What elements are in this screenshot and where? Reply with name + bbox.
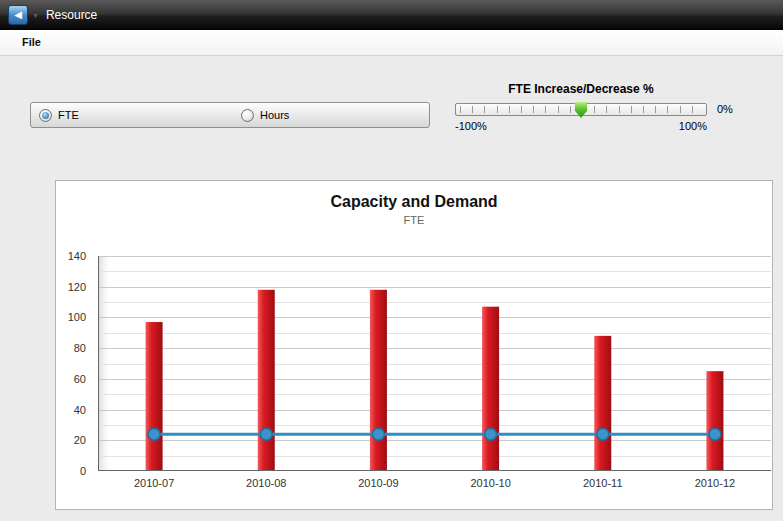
slider-max-label: 100% [679,120,707,132]
radio-label-fte: FTE [58,109,79,121]
slider-min-label: -100% [455,120,487,132]
chart-svg [98,256,771,471]
fte-slider-group: FTE Increase/Decrease % 0% -100% 100% [455,82,707,132]
demand-bar [706,371,723,471]
radio-option-fte[interactable]: FTE [39,103,79,127]
menubar: File [0,30,783,56]
back-button[interactable]: ◀ [8,5,28,25]
y-axis-labels: 020406080100120140 [56,256,92,471]
demand-bar [370,290,387,471]
x-tick-label: 2010-08 [210,477,322,489]
y-tick-label: 20 [74,434,86,446]
x-tick-label: 2010-10 [435,477,547,489]
demand-bar [258,290,275,471]
y-tick-label: 100 [68,311,86,323]
back-arrow-icon: ◀ [14,9,22,20]
x-tick-label: 2010-12 [659,477,771,489]
y-tick-label: 140 [68,250,86,262]
content-area: FTE Hours FTE Increase/Decrease % 0% -10… [0,56,783,521]
radio-option-hours[interactable]: Hours [241,103,289,127]
chart-panel: Capacity and Demand FTE 0204060801001201… [55,180,773,510]
slider-minmax-labels: -100% 100% [455,120,707,132]
x-tick-label: 2010-11 [547,477,659,489]
y-tick-label: 40 [74,404,86,416]
app-window: ◀ ▼ Resource File FTE Hours FTE Increase… [0,0,783,521]
plot-area [98,256,771,471]
titlebar-dropdown-icon[interactable]: ▼ [32,12,39,19]
slider-track[interactable] [455,103,707,116]
slider-row: 0% [455,103,707,116]
demand-bar [146,322,163,471]
titlebar: ◀ ▼ Resource [0,0,783,30]
y-tick-label: 120 [68,281,86,293]
x-tick-label: 2010-09 [322,477,434,489]
y-tick-label: 60 [74,373,86,385]
capacity-marker [148,428,160,440]
capacity-marker [597,428,609,440]
radio-button-icon [39,109,52,122]
window-title: Resource [46,8,97,22]
chart-title: Capacity and Demand [56,193,772,211]
x-axis-labels: 2010-072010-082010-092010-102010-112010-… [98,477,771,489]
unit-toggle-group: FTE Hours [30,102,430,128]
demand-bar [482,307,499,471]
slider-value: 0% [717,103,733,116]
capacity-marker [372,428,384,440]
capacity-marker [260,428,272,440]
y-tick-label: 80 [74,342,86,354]
y-tick-label: 0 [80,465,86,477]
slider-thumb[interactable] [575,102,588,118]
menu-file[interactable]: File [22,30,41,55]
radio-button-icon [241,109,254,122]
demand-bar [594,336,611,471]
radio-label-hours: Hours [260,109,289,121]
radio-selected-dot [42,112,49,119]
x-tick-label: 2010-07 [98,477,210,489]
capacity-marker [709,428,721,440]
capacity-marker [485,428,497,440]
chart-subtitle: FTE [56,214,772,226]
slider-label: FTE Increase/Decrease % [455,82,707,96]
